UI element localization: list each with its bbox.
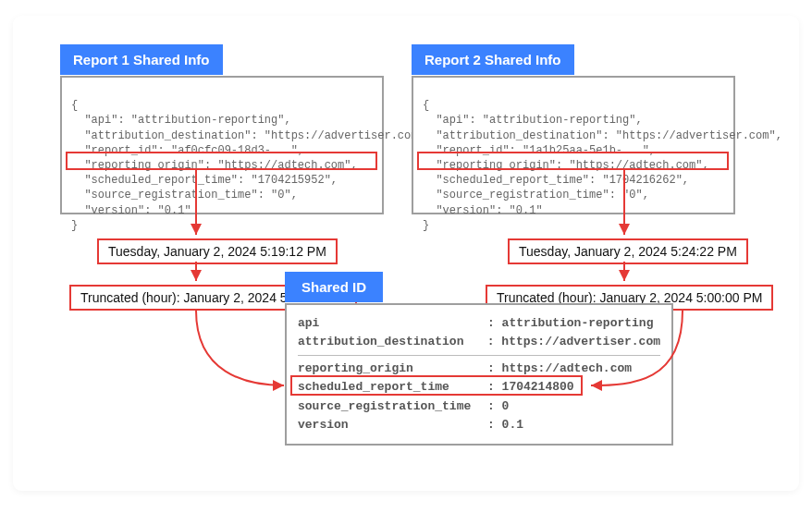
- shared-header: Shared ID: [285, 272, 383, 302]
- report1-srt-highlight: [66, 152, 377, 170]
- shared-key: source_registration_time: [298, 397, 487, 416]
- shared-colon: :: [487, 333, 502, 351]
- report1-header: Report 1 Shared Info: [60, 44, 223, 75]
- json-line: {: [423, 99, 429, 112]
- shared-row-dest: attribution_destination : https://advert…: [298, 333, 660, 351]
- json-line: "version": "0.1": [71, 204, 191, 217]
- report1-datetime: Tuesday, January 2, 2024 5:19:12 PM: [97, 238, 338, 264]
- report2-header: Report 2 Shared Info: [412, 44, 574, 75]
- json-line: "api": "attribution-reporting",: [423, 114, 643, 127]
- shared-val: 0.1: [502, 416, 523, 434]
- json-line: "attribution_destination": "https://adve…: [71, 129, 431, 142]
- shared-val: https://advertiser.com: [501, 333, 660, 351]
- shared-key: api: [298, 314, 487, 333]
- shared-srt-highlight: [290, 375, 583, 396]
- shared-box: api : attribution-reporting attribution_…: [285, 303, 673, 446]
- report2-datetime: Tuesday, January 2, 2024 5:24:22 PM: [508, 238, 748, 264]
- json-line: "source_registration_time": "0",: [71, 189, 298, 202]
- shared-colon: :: [487, 416, 502, 434]
- shared-divider: [298, 355, 660, 356]
- report2-srt-highlight: [417, 152, 729, 170]
- shared-key: version: [298, 416, 487, 434]
- json-line: }: [71, 219, 78, 232]
- shared-val: 0: [502, 397, 510, 416]
- shared-val: attribution-reporting: [502, 314, 654, 333]
- json-line: "scheduled_report_time": "1704215952",: [71, 174, 338, 187]
- json-line: "attribution_destination": "https://adve…: [423, 129, 782, 142]
- shared-row-sreg: source_registration_time : 0: [298, 397, 660, 416]
- arrow-r1-truncated-to-shared: [196, 311, 284, 385]
- shared-row-ver: version : 0.1: [298, 416, 660, 434]
- shared-colon: :: [487, 314, 502, 333]
- shared-colon: :: [487, 397, 502, 416]
- json-line: "version": "0.1": [423, 204, 543, 217]
- report2-json: { "api": "attribution-reporting", "attri…: [412, 76, 735, 214]
- json-line: "api": "attribution-reporting",: [71, 114, 291, 127]
- shared-row-api: api : attribution-reporting: [298, 314, 660, 333]
- json-line: "source_registration_time": "0",: [423, 189, 649, 202]
- report1-json: { "api": "attribution-reporting", "attri…: [60, 76, 384, 214]
- json-line: "scheduled_report_time": "1704216262",: [423, 174, 689, 187]
- json-line: }: [423, 219, 429, 232]
- json-line: {: [71, 99, 78, 112]
- shared-key: attribution_destination: [298, 333, 487, 351]
